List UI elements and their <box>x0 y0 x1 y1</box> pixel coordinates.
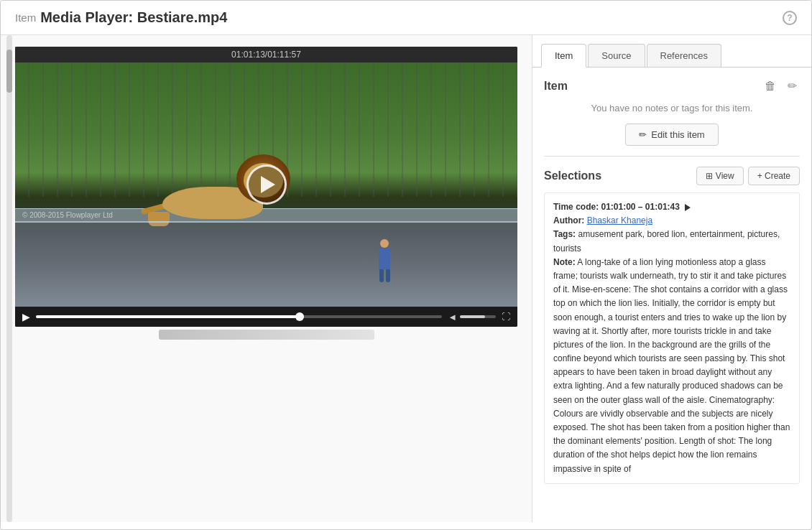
video-frame: © 2008-2015 Flowplayer Ltd <box>15 62 517 307</box>
edit-this-item-button[interactable]: ✏ Edit this item <box>625 124 718 146</box>
edit-pencil-icon: ✏ <box>639 129 647 140</box>
volume-icon: ◄ <box>448 312 457 322</box>
tabs-header: Item Source References <box>532 35 811 68</box>
note-label: Note: <box>553 257 576 267</box>
video-watermark: © 2008-2015 Flowplayer Ltd <box>22 211 113 219</box>
help-button[interactable]: ? <box>783 11 797 25</box>
item-action-buttons: 🗑 ✏ <box>762 78 800 94</box>
selections-action-buttons: ⊞ View + Create <box>696 167 800 185</box>
tags-row: Tags: amusement park, bored lion, entert… <box>553 228 790 255</box>
note-text: A long-take of a lion lying motionless a… <box>553 257 790 474</box>
create-selection-button[interactable]: + Create <box>748 167 800 185</box>
no-notes-message: You have no notes or tags for this item. <box>544 103 800 113</box>
play-triangle-icon <box>261 176 275 193</box>
volume-slider[interactable] <box>460 315 496 318</box>
video-panel: 01:01:13/01:11:57 <box>1 35 532 522</box>
fullscreen-button[interactable]: ⛶ <box>502 312 510 322</box>
play-selection-icon[interactable] <box>685 204 691 211</box>
right-panel: Item Source References Item 🗑 ✏ You have… <box>532 35 811 522</box>
note-row: Note: A long-take of a lion lying motion… <box>553 256 790 476</box>
view-selections-button[interactable]: ⊞ View <box>696 167 744 185</box>
item-section-header: Item 🗑 ✏ <box>544 78 800 94</box>
time-code-label: Time code: <box>553 202 599 212</box>
selections-header: Selections ⊞ View + Create <box>544 167 800 185</box>
create-button-label: + Create <box>757 171 790 181</box>
page-title: Media Player: Bestiare.mp4 <box>40 9 783 26</box>
tab-source[interactable]: Source <box>588 44 645 67</box>
item-section-title: Item <box>544 80 568 93</box>
author-row: Author: Bhaskar Khaneja <box>553 214 790 228</box>
video-wrapper: 01:01:13/01:11:57 <box>15 47 517 327</box>
section-divider <box>544 156 800 157</box>
edit-item-icon-button[interactable]: ✏ <box>785 78 800 94</box>
author-link[interactable]: Bhaskar Khaneja <box>587 215 652 226</box>
author-label: Author: <box>553 215 584 226</box>
selections-title: Selections <box>544 169 601 182</box>
item-panel: Item 🗑 ✏ You have no notes or tags for t… <box>532 68 811 522</box>
controls-play-button[interactable]: ▶ <box>22 311 30 322</box>
person-visual <box>377 239 392 282</box>
header-item-prefix: Item <box>15 11 36 24</box>
tab-references[interactable]: References <box>647 44 721 67</box>
edit-button-label: Edit this item <box>651 129 704 140</box>
grid-icon: ⊞ <box>706 171 713 181</box>
app-header: Item Media Player: Bestiare.mp4 ? <box>1 1 811 35</box>
delete-item-button[interactable]: 🗑 <box>762 78 779 94</box>
time-code-value: 01:01:00 – 01:01:43 <box>601 202 679 212</box>
video-play-button[interactable] <box>246 164 287 205</box>
time-code-row: Time code: 01:01:00 – 01:01:43 <box>553 200 790 214</box>
volume-control: ◄ <box>448 312 496 322</box>
tags-label: Tags: <box>553 229 576 239</box>
selection-entry: Time code: 01:01:00 – 01:01:43 Author: B… <box>544 192 800 484</box>
video-time-display: 01:01:13/01:11:57 <box>15 47 517 62</box>
view-button-label: View <box>716 171 734 181</box>
tags-value: amusement park, bored lion, entertainmen… <box>553 229 780 253</box>
video-progress-bar[interactable] <box>36 315 442 318</box>
tab-item[interactable]: Item <box>541 44 586 68</box>
video-footer <box>15 330 517 340</box>
main-content: 01:01:13/01:11:57 <box>1 35 811 522</box>
video-controls: ▶ ◄ ⛶ <box>15 307 517 327</box>
